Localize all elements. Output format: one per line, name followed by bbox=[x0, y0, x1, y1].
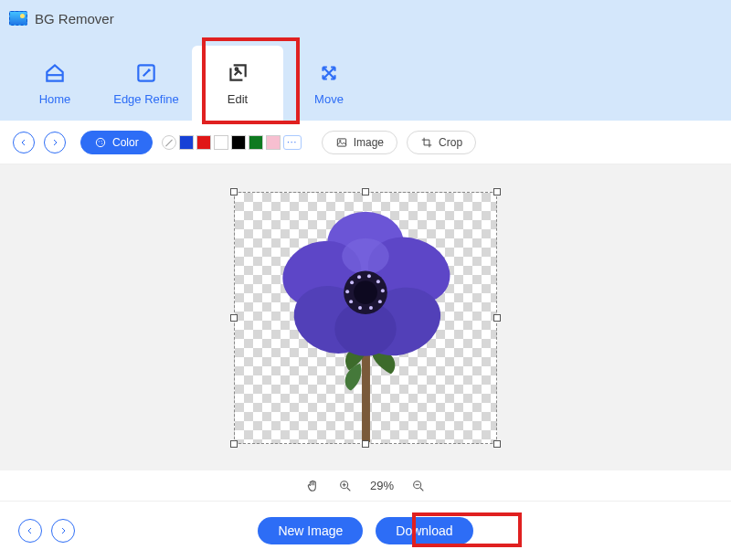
nav-label: Move bbox=[314, 92, 344, 106]
swatch-pink[interactable] bbox=[266, 135, 281, 150]
pan-tool-button[interactable] bbox=[304, 478, 321, 494]
swatch-red[interactable] bbox=[196, 135, 211, 150]
zoom-in-button[interactable] bbox=[337, 478, 354, 494]
new-image-button[interactable]: New Image bbox=[258, 517, 363, 544]
svg-point-17 bbox=[354, 280, 377, 304]
nav-edit[interactable]: Edit bbox=[192, 46, 283, 121]
nav-label: Edge Refine bbox=[113, 92, 179, 106]
home-icon bbox=[43, 61, 67, 85]
main-nav: Home Edge Refine Edit Move bbox=[9, 37, 722, 121]
crop-label: Crop bbox=[439, 136, 462, 149]
swatch-black[interactable] bbox=[231, 135, 246, 150]
edit-icon bbox=[226, 61, 249, 85]
svg-point-18 bbox=[350, 280, 354, 284]
header: BG Remover Home Edge Refine Edit Move bbox=[0, 0, 731, 121]
color-label: Color bbox=[112, 136, 139, 149]
svg-point-22 bbox=[381, 289, 385, 292]
next-button[interactable] bbox=[51, 519, 75, 543]
subject-image bbox=[235, 193, 496, 443]
swatch-transparent[interactable] bbox=[162, 135, 176, 150]
svg-point-2 bbox=[96, 138, 104, 146]
zoom-bar: 29% bbox=[0, 470, 731, 502]
app-title: BG Remover bbox=[35, 11, 114, 26]
svg-point-24 bbox=[369, 306, 373, 310]
zoom-percent: 29% bbox=[370, 479, 394, 492]
nav-label: Edit bbox=[228, 92, 248, 106]
image-canvas[interactable] bbox=[234, 192, 497, 444]
resize-handle-tl[interactable] bbox=[230, 188, 238, 195]
swatch-more-button[interactable]: ··· bbox=[283, 135, 302, 150]
resize-handle-bl[interactable] bbox=[230, 440, 238, 448]
resize-handle-t[interactable] bbox=[362, 188, 369, 195]
resize-handle-tr[interactable] bbox=[493, 188, 501, 195]
svg-point-20 bbox=[367, 274, 371, 278]
nav-edge-refine[interactable]: Edge Refine bbox=[101, 46, 192, 121]
canvas-area bbox=[0, 164, 731, 470]
redo-button[interactable] bbox=[44, 132, 66, 153]
resize-handle-br[interactable] bbox=[493, 440, 501, 448]
swatch-blue[interactable] bbox=[179, 135, 194, 150]
svg-point-4 bbox=[101, 140, 102, 141]
swatch-green[interactable] bbox=[249, 135, 263, 150]
prev-button[interactable] bbox=[18, 519, 42, 543]
svg-point-7 bbox=[339, 140, 341, 142]
download-button[interactable]: Download bbox=[376, 517, 472, 544]
nav-home[interactable]: Home bbox=[9, 46, 101, 121]
nav-label: Home bbox=[39, 92, 71, 106]
resize-handle-b[interactable] bbox=[362, 440, 369, 448]
svg-point-27 bbox=[345, 290, 349, 293]
svg-point-1 bbox=[236, 68, 238, 70]
nav-move[interactable]: Move bbox=[283, 46, 375, 121]
color-swatches: ··· bbox=[162, 135, 302, 150]
app-logo-icon bbox=[9, 11, 27, 26]
edge-refine-icon bbox=[134, 61, 158, 85]
crop-button[interactable]: Crop bbox=[407, 131, 476, 154]
svg-point-15 bbox=[342, 238, 389, 274]
resize-handle-r[interactable] bbox=[493, 314, 501, 322]
svg-point-26 bbox=[349, 300, 353, 303]
title-row: BG Remover bbox=[9, 5, 722, 31]
color-mode-button[interactable]: Color bbox=[80, 131, 153, 154]
image-label: Image bbox=[354, 136, 384, 149]
move-icon bbox=[317, 61, 341, 85]
resize-handle-l[interactable] bbox=[230, 314, 238, 322]
svg-rect-6 bbox=[337, 138, 345, 145]
svg-point-25 bbox=[358, 306, 362, 310]
svg-point-21 bbox=[376, 280, 380, 283]
svg-point-23 bbox=[378, 300, 382, 303]
svg-point-19 bbox=[357, 275, 361, 279]
undo-button[interactable] bbox=[13, 132, 35, 153]
svg-point-3 bbox=[99, 141, 100, 142]
footer-actions: New Image Download bbox=[0, 517, 731, 544]
svg-point-5 bbox=[101, 143, 102, 143]
footer: New Image Download bbox=[0, 502, 731, 560]
edit-toolbar: Color ··· Image Crop bbox=[0, 121, 731, 164]
zoom-out-button[interactable] bbox=[410, 478, 427, 494]
swatch-white[interactable] bbox=[214, 135, 228, 150]
image-mode-button[interactable]: Image bbox=[322, 131, 397, 154]
